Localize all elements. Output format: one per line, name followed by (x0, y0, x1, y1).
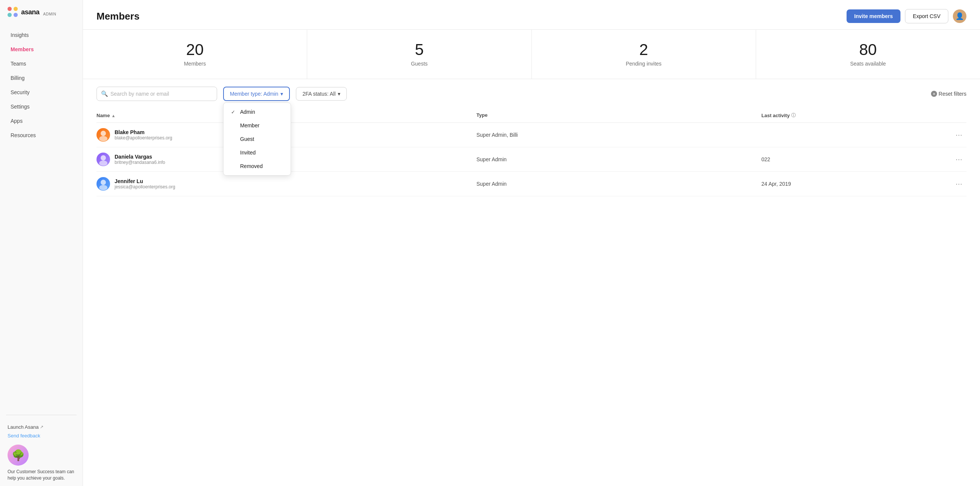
member-details-daniela: Daniela Vargas britney@randasana6.info (115, 154, 165, 165)
member-email-daniela: britney@randasana6.info (115, 160, 165, 165)
external-link-icon: ↗ (40, 425, 43, 429)
stat-seats: 80 Seats available (756, 30, 980, 79)
member-name-daniela: Daniela Vargas (115, 154, 165, 160)
member-activity-jennifer: 24 Apr, 2019 (761, 181, 951, 187)
sidebar-bottom: Launch Asana ↗ Send feedback 🌳 Our Custo… (0, 420, 83, 486)
svg-point-2 (101, 155, 106, 160)
cs-text: Our Customer Success team can help you a… (8, 469, 75, 481)
reset-filters-label: Reset filters (939, 91, 966, 97)
dropdown-item-admin-label: Admin (240, 109, 255, 115)
stat-guests-number: 5 (415, 42, 424, 58)
member-type-dropdown-menu: ✓ Admin Member Guest Invited Remov (223, 102, 291, 176)
member-details-jennifer: Jennifer Lu jessica@apolloenterprises.or… (115, 178, 175, 189)
dropdown-item-guest[interactable]: Guest (224, 132, 291, 146)
stat-guests-label: Guests (411, 61, 428, 67)
member-info-jennifer: Jennifer Lu jessica@apolloenterprises.or… (97, 177, 476, 191)
sidebar-item-settings[interactable]: Settings (3, 100, 80, 113)
member-name-blake: Blake Pham (115, 129, 172, 135)
cs-avatar-tree-icon: 🌳 (12, 449, 25, 462)
avatar-svg-daniela (97, 152, 110, 166)
dropdown-item-member[interactable]: Member (224, 119, 291, 132)
dropdown-item-invited-label: Invited (240, 149, 256, 156)
member-type-filter-button[interactable]: Member type: Admin ▾ (223, 87, 290, 101)
dropdown-item-removed-label: Removed (240, 163, 263, 169)
admin-badge: ADMIN (43, 12, 57, 16)
dropdown-item-removed[interactable]: Removed (224, 159, 291, 173)
sidebar-item-billing[interactable]: Billing (3, 71, 80, 85)
svg-point-1 (99, 136, 107, 141)
page-header: Members Invite members Export CSV 👤 (83, 0, 980, 30)
member-email-jennifer: jessica@apolloenterprises.org (115, 184, 175, 189)
header-actions: Invite members Export CSV 👤 (846, 9, 966, 23)
sidebar-item-insights[interactable]: Insights (3, 28, 80, 42)
check-icon: ✓ (231, 109, 237, 115)
search-icon: 🔍 (101, 91, 108, 97)
dot-tr (14, 7, 18, 11)
customer-success-card: 🌳 Our Customer Success team can help you… (8, 445, 75, 481)
sidebar-item-teams[interactable]: Teams (3, 57, 80, 70)
info-icon: ⓘ (791, 112, 796, 119)
asana-dots (8, 7, 18, 17)
member-activity-daniela: 022 (761, 156, 951, 162)
dot-br (14, 13, 18, 17)
avatar-svg-jennifer (97, 177, 110, 191)
sidebar: asana ADMIN Insights Members Teams Billi… (0, 0, 83, 486)
stat-pending-number: 2 (639, 42, 648, 58)
send-feedback-link[interactable]: Send feedback (8, 433, 75, 438)
member-details-blake: Blake Pham blake@apolloenterprises.org (115, 129, 172, 141)
export-csv-button[interactable]: Export CSV (905, 9, 948, 23)
user-avatar[interactable]: 👤 (953, 10, 966, 23)
launch-asana-link[interactable]: Launch Asana ↗ (8, 424, 75, 430)
dropdown-item-invited[interactable]: Invited (224, 146, 291, 159)
svg-point-3 (99, 160, 107, 166)
stat-seats-number: 80 (859, 42, 877, 58)
dropdown-item-member-label: Member (240, 122, 259, 129)
member-avatar-jennifer (97, 177, 110, 191)
member-email-blake: blake@apolloenterprises.org (115, 135, 172, 141)
col-activity-label: Last activity (761, 113, 790, 118)
asana-wordmark: asana (21, 8, 40, 16)
sidebar-nav: Insights Members Teams Billing Security … (0, 26, 83, 410)
search-wrapper: 🔍 (97, 87, 217, 101)
svg-point-4 (101, 180, 106, 185)
twofa-filter-label: 2FA status: All (302, 91, 336, 97)
sidebar-item-resources[interactable]: Resources (3, 129, 80, 142)
sidebar-divider (6, 415, 76, 415)
reset-filters-button[interactable]: ✕ Reset filters (931, 91, 966, 97)
stat-members-label: Members (184, 61, 206, 67)
col-name-label: Name (97, 113, 110, 118)
search-input[interactable] (97, 87, 217, 101)
stats-row: 20 Members 5 Guests 2 Pending invites 80… (83, 30, 980, 79)
logo-area: asana ADMIN (0, 0, 83, 26)
member-name-jennifer: Jennifer Lu (115, 178, 175, 184)
twofa-filter-button[interactable]: 2FA status: All ▾ (296, 87, 347, 101)
member-type-jennifer: Super Admin (476, 181, 761, 187)
col-activity-header: Last activity ⓘ (761, 112, 951, 119)
row-more-button-jennifer[interactable]: ⋯ (951, 178, 966, 189)
col-type-header: Type (476, 112, 761, 119)
asana-logo-icon (8, 7, 18, 17)
row-more-button-blake[interactable]: ⋯ (951, 129, 966, 141)
stat-seats-label: Seats available (850, 61, 886, 67)
dot-bl (8, 13, 12, 17)
page-title: Members (97, 11, 140, 22)
chevron-down-icon: ▾ (280, 91, 283, 97)
stat-pending-label: Pending invites (626, 61, 662, 67)
sidebar-item-security[interactable]: Security (3, 86, 80, 99)
sort-arrow-icon: ▲ (111, 113, 115, 118)
row-more-button-daniela[interactable]: ⋯ (951, 154, 966, 165)
dropdown-item-guest-label: Guest (240, 136, 254, 142)
svg-point-5 (99, 185, 107, 190)
sidebar-item-members[interactable]: Members (3, 43, 80, 56)
avatar-svg-blake (97, 128, 110, 142)
stat-members: 20 Members (83, 30, 307, 79)
dot-tl (8, 7, 12, 11)
sidebar-item-apps[interactable]: Apps (3, 114, 80, 128)
cs-avatar: 🌳 (8, 445, 29, 466)
invite-members-button[interactable]: Invite members (846, 10, 900, 23)
member-type-filter-label: Member type: Admin (230, 91, 278, 97)
member-type-dropdown-container: Member type: Admin ▾ ✓ Admin Member Gues… (223, 87, 290, 101)
member-avatar-daniela (97, 152, 110, 166)
dropdown-item-admin[interactable]: ✓ Admin (224, 105, 291, 119)
launch-asana-label: Launch Asana (8, 424, 38, 430)
